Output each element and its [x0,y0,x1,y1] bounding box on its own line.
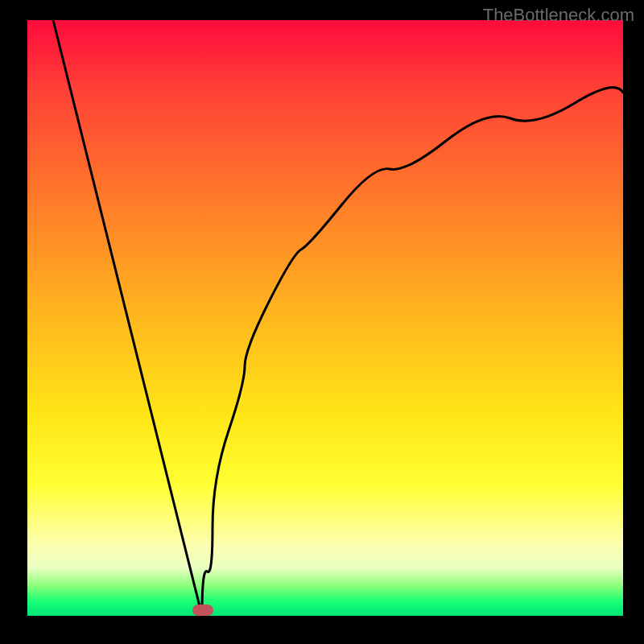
bottleneck-curve [27,20,623,616]
chart-container: TheBottleneck.com [0,0,644,644]
minimum-marker [192,605,213,616]
plot-area [27,20,623,616]
watermark-text: TheBottleneck.com [483,5,634,26]
